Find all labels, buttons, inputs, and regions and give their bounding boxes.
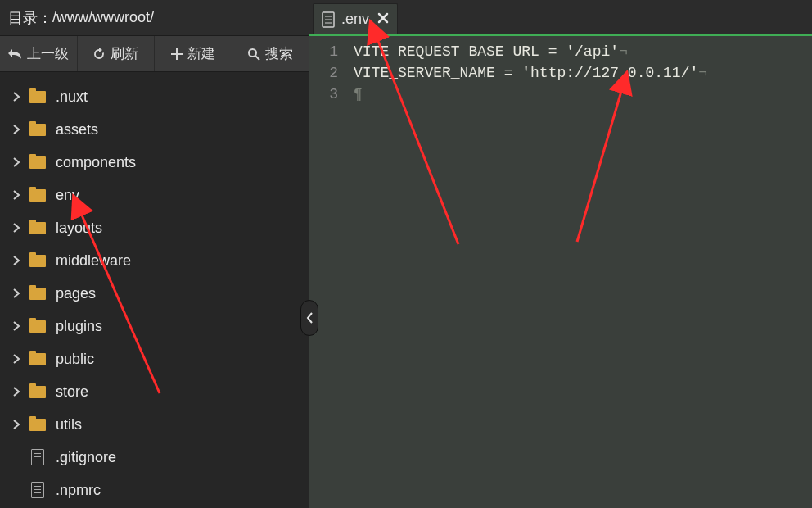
tree-item-label: plugins bbox=[56, 318, 309, 335]
tree-item-label: public bbox=[56, 351, 309, 368]
collapse-handle[interactable] bbox=[300, 300, 318, 336]
chevron-right-icon bbox=[8, 320, 25, 332]
line-number: 2 bbox=[309, 62, 338, 84]
line-number: 1 bbox=[309, 41, 338, 62]
tab-title: .env bbox=[341, 11, 369, 28]
folder-icon bbox=[26, 124, 49, 136]
tree-item-dot-npmrc[interactable]: .npmrc bbox=[0, 474, 309, 506]
chevron-right-icon bbox=[8, 156, 25, 168]
folder-icon bbox=[26, 156, 49, 169]
tree-item-label: pages bbox=[56, 285, 309, 302]
tree-item-label: .gitignore bbox=[56, 449, 309, 466]
svg-point-0 bbox=[249, 49, 256, 57]
folder-icon bbox=[26, 255, 49, 267]
up-label: 上一级 bbox=[27, 44, 69, 63]
path-bar: 目录： /www/wwwroot/ bbox=[0, 0, 309, 36]
tree-item-label: utils bbox=[56, 416, 309, 433]
folder-icon bbox=[26, 189, 49, 202]
tree-item-middleware[interactable]: middleware bbox=[0, 244, 309, 277]
code-line: VITE_REQUEST_BASE_URL = '/api'¬ bbox=[354, 41, 812, 62]
create-label: 新建 bbox=[187, 44, 215, 63]
chevron-left-icon bbox=[305, 311, 314, 324]
chevron-right-icon bbox=[8, 353, 25, 365]
folder-icon bbox=[26, 320, 49, 333]
search-button[interactable]: 搜索 bbox=[232, 36, 309, 71]
gutter: 123 bbox=[309, 36, 345, 508]
tree-item-public[interactable]: public bbox=[0, 342, 309, 375]
tree-item-label: assets bbox=[56, 121, 309, 138]
chevron-right-icon bbox=[8, 189, 25, 201]
folder-icon bbox=[26, 386, 49, 398]
chevron-right-icon bbox=[8, 419, 25, 430]
line-number: 3 bbox=[309, 84, 338, 105]
refresh-label: 刷新 bbox=[111, 44, 138, 63]
folder-icon bbox=[26, 91, 49, 103]
folder-icon bbox=[26, 288, 49, 300]
file-icon bbox=[26, 449, 49, 465]
chevron-right-icon bbox=[8, 124, 25, 135]
tab-env[interactable]: .env bbox=[313, 3, 398, 34]
refresh-button[interactable]: 刷新 bbox=[78, 36, 156, 71]
tree-item-env[interactable]: env bbox=[0, 179, 309, 211]
editor: .env 123 VITE_REQUEST_BASE_URL = '/api'¬… bbox=[309, 0, 812, 508]
code-content[interactable]: VITE_REQUEST_BASE_URL = '/api'¬VITE_SERV… bbox=[345, 36, 812, 508]
tree-item-label: store bbox=[56, 383, 309, 401]
tree-item-layouts[interactable]: layouts bbox=[0, 211, 309, 244]
plus-icon bbox=[171, 48, 183, 60]
tree-item-pages[interactable]: pages bbox=[0, 277, 309, 310]
tree-item-store[interactable]: store bbox=[0, 375, 309, 408]
close-icon[interactable] bbox=[377, 11, 389, 28]
chevron-right-icon bbox=[8, 288, 25, 299]
path-value: /www/wwwroot/ bbox=[52, 9, 154, 26]
tree-item-label: .nuxt bbox=[56, 88, 309, 106]
folder-icon bbox=[26, 419, 49, 431]
tree-item-dot-nuxt[interactable]: .nuxt bbox=[0, 80, 309, 113]
chevron-right-icon bbox=[8, 386, 25, 397]
tab-bar: .env bbox=[309, 0, 812, 36]
create-button[interactable]: 新建 bbox=[155, 36, 232, 71]
code-line: VITE_SERVER_NAME = 'http://127.0.0.11/'¬ bbox=[354, 62, 812, 84]
tree-item-dot-gitignore[interactable]: .gitignore bbox=[0, 441, 309, 474]
file-icon bbox=[26, 482, 49, 498]
folder-icon bbox=[26, 222, 49, 234]
chevron-right-icon bbox=[8, 255, 25, 266]
folder-icon bbox=[26, 353, 49, 365]
chevron-right-icon bbox=[8, 222, 25, 234]
code-area[interactable]: 123 VITE_REQUEST_BASE_URL = '/api'¬VITE_… bbox=[309, 36, 812, 508]
tree-item-label: middleware bbox=[56, 252, 309, 270]
chevron-right-icon bbox=[8, 91, 25, 102]
reply-arrow-icon bbox=[7, 48, 22, 60]
tree-item-label: .npmrc bbox=[56, 482, 309, 499]
refresh-icon bbox=[92, 48, 106, 61]
path-label: 目录： bbox=[8, 8, 52, 28]
tree-item-assets[interactable]: assets bbox=[0, 113, 309, 146]
sidebar-toolbar: 上一级 刷新 新建 搜索 bbox=[0, 36, 309, 72]
svg-line-1 bbox=[255, 56, 259, 60]
tree-item-label: components bbox=[56, 154, 309, 171]
tree-item-components[interactable]: components bbox=[0, 146, 309, 179]
tree-item-plugins[interactable]: plugins bbox=[0, 310, 309, 342]
code-line: ¶ bbox=[354, 84, 812, 105]
tree-item-utils[interactable]: utils bbox=[0, 408, 309, 441]
search-icon bbox=[247, 48, 260, 61]
file-tree[interactable]: .nuxtassetscomponentsenvlayoutsmiddlewar… bbox=[0, 72, 309, 508]
search-label: 搜索 bbox=[265, 44, 293, 63]
sidebar: 目录： /www/wwwroot/ 上一级 刷新 新建 bbox=[0, 0, 309, 508]
up-button[interactable]: 上一级 bbox=[0, 36, 78, 71]
file-icon bbox=[322, 11, 335, 28]
tree-item-label: env bbox=[56, 187, 309, 204]
tree-item-label: layouts bbox=[56, 220, 309, 237]
